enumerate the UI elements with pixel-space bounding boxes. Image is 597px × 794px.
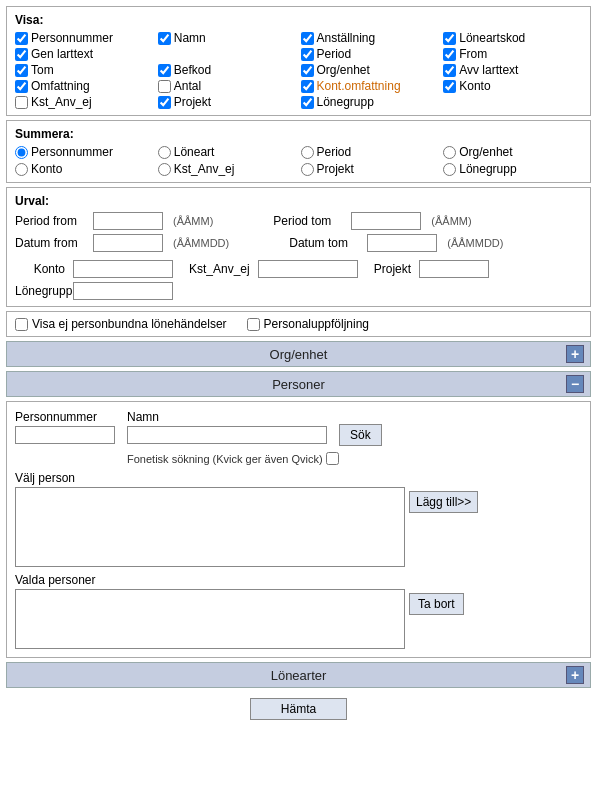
visa-cb-antal[interactable] xyxy=(158,80,171,93)
visa-item-empty1 xyxy=(158,47,297,61)
summera-radio-konto[interactable] xyxy=(15,163,28,176)
konto-label: Konto xyxy=(15,262,65,276)
konto-input[interactable] xyxy=(73,260,173,278)
summera-radio-orgenhet[interactable] xyxy=(443,146,456,159)
visa-label-gen-larttext: Gen larttext xyxy=(31,47,93,61)
kst-label: Kst_Anv_ej xyxy=(189,262,250,276)
visa-label-omfattning: Omfattning xyxy=(31,79,90,93)
summera-projekt: Projekt xyxy=(301,162,440,176)
visa-item-omfattning: Omfattning xyxy=(15,79,154,93)
lagg-till-button[interactable]: Lägg till>> xyxy=(409,491,478,513)
projekt-input[interactable] xyxy=(419,260,489,278)
visa-cb-konto[interactable] xyxy=(443,80,456,93)
visa-cb-personnummer[interactable] xyxy=(15,32,28,45)
org-enhet-bar[interactable]: Org/enhet + xyxy=(6,341,591,367)
valj-person-label: Välj person xyxy=(15,471,582,485)
summera-grid: Personnummer Löneart Period Org/enhet Ko… xyxy=(15,145,582,176)
namn-input[interactable] xyxy=(127,426,327,444)
visa-cb-tom[interactable] xyxy=(15,64,28,77)
summera-orgenhet: Org/enhet xyxy=(443,145,582,159)
summera-radio-personnummer[interactable] xyxy=(15,146,28,159)
summera-radio-period[interactable] xyxy=(301,146,314,159)
visa-item-konto: Konto xyxy=(443,79,582,93)
fonetisk-checkbox[interactable] xyxy=(326,452,339,465)
kst-input[interactable] xyxy=(258,260,358,278)
visa-cb-avv-larttext[interactable] xyxy=(443,64,456,77)
visa-cb-anstallning[interactable] xyxy=(301,32,314,45)
visa-cb-namn[interactable] xyxy=(158,32,171,45)
visa-cb-kont-omfattning[interactable] xyxy=(301,80,314,93)
lonearter-title: Lönearter xyxy=(271,668,327,683)
summera-radio-loneart[interactable] xyxy=(158,146,171,159)
visa-cb-projekt[interactable] xyxy=(158,96,171,109)
sok-button[interactable]: Sök xyxy=(339,424,382,446)
summera-radio-lonegrupp[interactable] xyxy=(443,163,456,176)
period-row: Period from (ÅÅMM) Period tom (ÅÅMM) xyxy=(15,212,582,230)
personnummer-input[interactable] xyxy=(15,426,115,444)
visa-label-period: Period xyxy=(317,47,352,61)
visa-item-from: From xyxy=(443,47,582,61)
personer-toggle-icon: − xyxy=(571,376,579,392)
valj-person-listbox[interactable] xyxy=(15,487,405,567)
visa-cb-befkod[interactable] xyxy=(158,64,171,77)
summera-radio-projekt[interactable] xyxy=(301,163,314,176)
visa-item-orgenhet: Org/enhet xyxy=(301,63,440,77)
personaluppfoljning-checkbox[interactable] xyxy=(247,318,260,331)
visa-item-period: Period xyxy=(301,47,440,61)
visa-label-avv-larttext: Avv larttext xyxy=(459,63,518,77)
namn-field-label: Namn xyxy=(127,410,327,424)
summera-period: Period xyxy=(301,145,440,159)
org-enhet-title: Org/enhet xyxy=(270,347,328,362)
period-from-input[interactable] xyxy=(93,212,163,230)
visa-item-loneartskod: Löneartskod xyxy=(443,31,582,45)
lonegrupp-input[interactable] xyxy=(73,282,173,300)
valda-label: Valda personer xyxy=(15,573,582,587)
personer-title: Personer xyxy=(272,377,325,392)
valda-listbox[interactable] xyxy=(15,589,405,649)
hamta-button[interactable]: Hämta xyxy=(250,698,347,720)
summera-personnummer: Personnummer xyxy=(15,145,154,159)
period-tom-label: Period tom xyxy=(273,214,341,228)
lonearter-bar[interactable]: Lönearter + xyxy=(6,662,591,688)
summera-section: Summera: Personnummer Löneart Period Org… xyxy=(6,120,591,183)
visa-cb-omfattning[interactable] xyxy=(15,80,28,93)
datum-from-input[interactable] xyxy=(93,234,163,252)
visa-cb-from[interactable] xyxy=(443,48,456,61)
visa-label-tom: Tom xyxy=(31,63,54,77)
visa-cb-gen-larttext[interactable] xyxy=(15,48,28,61)
personnummer-field: Personnummer xyxy=(15,410,115,444)
visa-ej-checkbox[interactable] xyxy=(15,318,28,331)
datum-tom-input[interactable] xyxy=(367,234,437,252)
visa-item-antal: Antal xyxy=(158,79,297,93)
visa-label-loneartskod: Löneartskod xyxy=(459,31,525,45)
visa-label-from: From xyxy=(459,47,487,61)
ta-bort-button[interactable]: Ta bort xyxy=(409,593,464,615)
personer-toggle[interactable]: − xyxy=(566,375,584,393)
visa-item-tom: Tom xyxy=(15,63,154,77)
fonetisk-label: Fonetisk sökning (Kvick ger även Qvick) xyxy=(127,453,323,465)
page: Visa: Personnummer Namn Anställning Löne… xyxy=(0,0,597,732)
lonearter-toggle[interactable]: + xyxy=(566,666,584,684)
datum-row: Datum from (ÅÅMMDD) Datum tom (ÅÅMMDD) xyxy=(15,234,582,252)
visa-item-kst-anv-ej: Kst_Anv_ej xyxy=(15,95,154,109)
org-enhet-toggle[interactable]: + xyxy=(566,345,584,363)
visa-cb-period[interactable] xyxy=(301,48,314,61)
visa-cb-lonegrupp[interactable] xyxy=(301,96,314,109)
personaluppfoljning-item: Personaluppföljning xyxy=(247,317,369,331)
summera-radio-kst[interactable] xyxy=(158,163,171,176)
visa-cb-kst-anv-ej[interactable] xyxy=(15,96,28,109)
visa-cb-loneartskod[interactable] xyxy=(443,32,456,45)
summera-label-konto: Konto xyxy=(31,162,62,176)
hamta-row: Hämta xyxy=(6,692,591,726)
visa-item-anstallning: Anställning xyxy=(301,31,440,45)
visa-item-personnummer: Personnummer xyxy=(15,31,154,45)
visa-item-befkod: Befkod xyxy=(158,63,297,77)
personer-bar[interactable]: Personer − xyxy=(6,371,591,397)
visa-cb-orgenhet[interactable] xyxy=(301,64,314,77)
summera-label-lonegrupp: Lönegrupp xyxy=(459,162,516,176)
period-from-label: Period from xyxy=(15,214,83,228)
summera-title: Summera: xyxy=(15,127,582,141)
period-tom-input[interactable] xyxy=(351,212,421,230)
visa-item-empty2 xyxy=(443,95,582,109)
visa-label-anstallning: Anställning xyxy=(317,31,376,45)
